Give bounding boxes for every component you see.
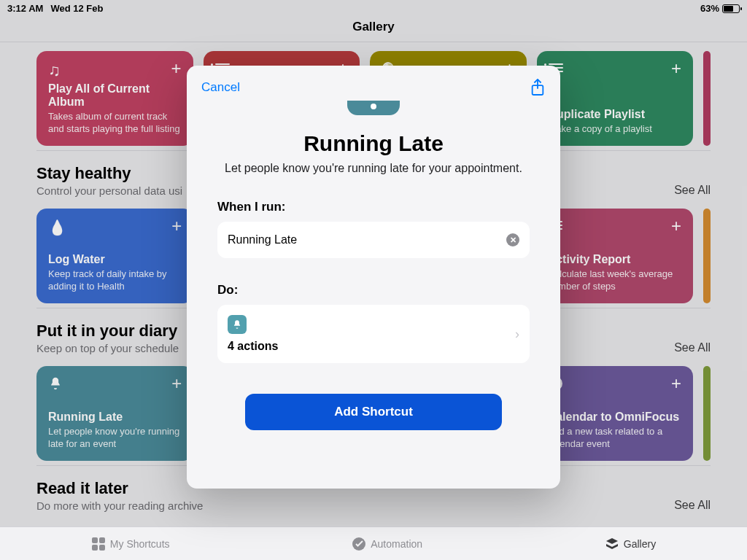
add-icon[interactable]: + xyxy=(671,61,681,76)
bell-icon xyxy=(228,315,247,334)
tab-label: Automation xyxy=(371,538,422,550)
svg-rect-2 xyxy=(92,545,98,551)
shortcut-detail-modal: Cancel Running Late Let people know you'… xyxy=(187,66,560,489)
modal-title: Running Late xyxy=(201,131,546,156)
modal-subtitle: Let people know you're running late for … xyxy=(201,162,546,175)
stack-icon xyxy=(605,537,619,551)
actions-row[interactable]: 4 actions › xyxy=(217,305,530,363)
section-title: Read it later xyxy=(36,479,203,498)
clock-check-icon xyxy=(352,537,366,551)
svg-rect-3 xyxy=(99,545,105,551)
do-label: Do: xyxy=(217,283,546,298)
drop-icon xyxy=(48,219,66,236)
svg-rect-0 xyxy=(92,537,98,543)
card-title: Running Late xyxy=(48,411,182,424)
card-desc: Calculate last week's average number of … xyxy=(548,268,681,293)
card-desc: Add a new task related to a calendar eve… xyxy=(548,425,681,451)
tab-bar: My Shortcuts Automation Gallery xyxy=(0,526,747,560)
tab-automation[interactable]: Automation xyxy=(352,537,422,551)
status-bar: 3:12 AM Wed 12 Feb 63% xyxy=(0,0,747,15)
card-desc: Make a copy of a playlist xyxy=(549,122,682,136)
card-desc: Takes album of current track and starts … xyxy=(48,110,182,136)
cancel-button[interactable]: Cancel xyxy=(201,80,240,95)
share-icon[interactable] xyxy=(530,79,546,96)
card-title: Activity Report xyxy=(548,253,681,266)
card-peek-next[interactable] xyxy=(703,366,711,461)
tab-label: Gallery xyxy=(624,538,656,550)
shortcut-hero-icon xyxy=(347,101,400,115)
tab-my-shortcuts[interactable]: My Shortcuts xyxy=(91,537,170,551)
grid-icon xyxy=(91,537,106,551)
card-title: Duplicate Playlist xyxy=(549,108,682,121)
card-title: Log Water xyxy=(48,253,182,266)
see-all-link[interactable]: See All xyxy=(674,184,711,197)
page-title: Gallery xyxy=(0,15,747,42)
section-title: Put it in your diary xyxy=(36,322,179,341)
add-icon[interactable]: + xyxy=(171,219,182,233)
svg-rect-1 xyxy=(99,537,105,543)
add-icon[interactable]: + xyxy=(171,376,182,391)
see-all-link[interactable]: See All xyxy=(674,341,711,354)
card-desc: Let people know you're running late for … xyxy=(48,425,182,451)
card-log-water[interactable]: + Log Water Keep track of daily intake b… xyxy=(36,209,193,303)
card-peek-next[interactable] xyxy=(703,51,711,146)
section-title: Stay healthy xyxy=(36,164,182,183)
add-icon[interactable]: + xyxy=(171,61,181,76)
card-peek-next[interactable] xyxy=(703,209,711,303)
bell-icon xyxy=(48,376,63,394)
clear-icon[interactable]: ✕ xyxy=(506,233,519,246)
shortcut-name-value: Running Late xyxy=(228,233,297,246)
actions-count: 4 actions xyxy=(228,340,278,353)
tab-gallery[interactable]: Gallery xyxy=(605,537,656,551)
when-run-label: When I run: xyxy=(217,200,546,214)
battery-icon xyxy=(722,4,740,13)
card-title: Calendar to OmniFocus xyxy=(548,411,681,424)
tab-label: My Shortcuts xyxy=(110,538,170,550)
add-icon[interactable]: + xyxy=(671,376,681,391)
add-shortcut-button[interactable]: Add Shortcut xyxy=(245,394,502,430)
battery-percent: 63% xyxy=(700,3,719,14)
card-desc: Keep track of daily intake by adding it … xyxy=(48,268,182,293)
section-subtitle: Keep on top of your schedule xyxy=(36,342,179,354)
section-subtitle: Do more with your reading archive xyxy=(36,499,203,512)
card-title: Play All of Current Album xyxy=(48,82,182,109)
chevron-right-icon: › xyxy=(515,327,519,342)
add-icon[interactable]: + xyxy=(671,219,681,233)
see-all-link[interactable]: See All xyxy=(674,499,711,512)
status-date: Wed 12 Feb xyxy=(50,3,103,14)
shortcut-name-field[interactable]: Running Late ✕ xyxy=(217,222,530,258)
section-subtitle: Control your personal data usi xyxy=(36,184,182,197)
card-running-late[interactable]: + Running Late Let people know you're ru… xyxy=(36,366,193,461)
status-time: 3:12 AM xyxy=(7,3,43,14)
card-play-all-album[interactable]: + Play All of Current Album Takes album … xyxy=(36,51,193,146)
music-icon xyxy=(48,61,61,80)
